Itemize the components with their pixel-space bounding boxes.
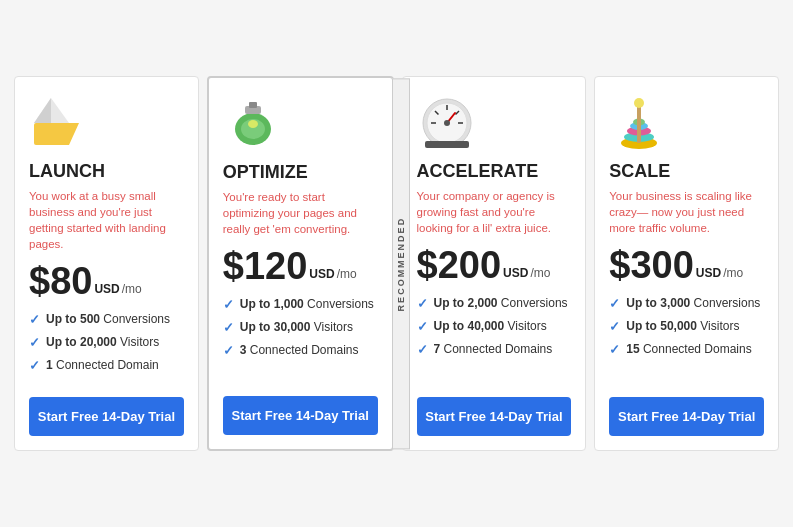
plan-icon-scale <box>609 93 669 153</box>
feature-item: ✓ Up to 500 Conversions <box>29 312 184 327</box>
feature-item: ✓ 15 Connected Domains <box>609 342 764 357</box>
plan-description: You work at a busy small business and yo… <box>29 188 184 252</box>
feature-text: Up to 2,000 Conversions <box>434 296 568 310</box>
pricing-wrapper: LAUNCH You work at a busy small business… <box>0 66 793 461</box>
feature-item: ✓ 1 Connected Domain <box>29 358 184 373</box>
check-icon: ✓ <box>417 342 428 357</box>
plan-icon-optimize <box>223 94 283 154</box>
feature-item: ✓ Up to 30,000 Visitors <box>223 320 378 335</box>
svg-point-25 <box>634 98 644 108</box>
plan-price: $200 USD /mo <box>417 246 572 284</box>
features-list: ✓ Up to 1,000 Conversions ✓ Up to 30,000… <box>223 297 378 380</box>
features-list: ✓ Up to 3,000 Conversions ✓ Up to 50,000… <box>609 296 764 381</box>
price-period: /mo <box>122 282 142 296</box>
plan-price: $120 USD /mo <box>223 247 378 285</box>
plan-name: LAUNCH <box>29 161 184 182</box>
check-icon: ✓ <box>223 297 234 312</box>
svg-marker-2 <box>34 98 51 123</box>
plan-name: SCALE <box>609 161 764 182</box>
check-icon: ✓ <box>29 312 40 327</box>
plan-description: You're ready to start optimizing your pa… <box>223 189 378 237</box>
price-currency: USD <box>94 282 119 296</box>
plan-name: ACCELERATE <box>417 161 572 182</box>
check-icon: ✓ <box>609 296 620 311</box>
price-currency: USD <box>696 266 721 280</box>
svg-point-17 <box>444 120 450 126</box>
plan-price: $300 USD /mo <box>609 246 764 284</box>
check-icon: ✓ <box>29 335 40 350</box>
feature-item: ✓ Up to 2,000 Conversions <box>417 296 572 311</box>
feature-item: ✓ Up to 20,000 Visitors <box>29 335 184 350</box>
check-icon: ✓ <box>609 342 620 357</box>
feature-text: 1 Connected Domain <box>46 358 159 372</box>
plan-price: $80 USD /mo <box>29 262 184 300</box>
cta-button[interactable]: Start Free 14-Day Trial <box>223 396 378 435</box>
feature-text: 3 Connected Domains <box>240 343 359 357</box>
svg-rect-18 <box>425 141 469 148</box>
check-icon: ✓ <box>609 319 620 334</box>
price-amount: $120 <box>223 247 308 285</box>
price-period: /mo <box>530 266 550 280</box>
svg-marker-3 <box>59 123 79 145</box>
price-amount: $300 <box>609 246 694 284</box>
svg-rect-7 <box>249 102 257 108</box>
plan-icon-launch <box>29 93 89 153</box>
cta-button[interactable]: Start Free 14-Day Trial <box>29 397 184 436</box>
recommended-badge: RECOMMENDED <box>392 78 410 449</box>
features-list: ✓ Up to 2,000 Conversions ✓ Up to 40,000… <box>417 296 572 381</box>
price-currency: USD <box>309 267 334 281</box>
feature-text: Up to 1,000 Conversions <box>240 297 374 311</box>
price-period: /mo <box>723 266 743 280</box>
feature-item: ✓ Up to 1,000 Conversions <box>223 297 378 312</box>
price-amount: $200 <box>417 246 502 284</box>
svg-point-8 <box>248 120 258 128</box>
price-period: /mo <box>337 267 357 281</box>
plan-card-accelerate: ACCELERATE Your company or agency is gro… <box>402 76 587 451</box>
feature-text: 7 Connected Domains <box>434 342 553 356</box>
feature-text: Up to 50,000 Visitors <box>626 319 739 333</box>
check-icon: ✓ <box>223 320 234 335</box>
plan-description: Your company or agency is growing fast a… <box>417 188 572 236</box>
feature-item: ✓ Up to 40,000 Visitors <box>417 319 572 334</box>
feature-text: Up to 500 Conversions <box>46 312 170 326</box>
check-icon: ✓ <box>223 343 234 358</box>
plan-card-scale: SCALE Your business is scaling like craz… <box>594 76 779 451</box>
feature-item: ✓ Up to 3,000 Conversions <box>609 296 764 311</box>
check-icon: ✓ <box>29 358 40 373</box>
feature-item: ✓ 3 Connected Domains <box>223 343 378 358</box>
plan-card-optimize: OPTIMIZE You're ready to start optimizin… <box>207 76 394 451</box>
check-icon: ✓ <box>417 296 428 311</box>
recommended-text: RECOMMENDED <box>392 78 410 449</box>
plan-icon-accelerate <box>417 93 477 153</box>
check-icon: ✓ <box>417 319 428 334</box>
plan-card-launch: LAUNCH You work at a busy small business… <box>14 76 199 451</box>
plan-name: OPTIMIZE <box>223 162 378 183</box>
feature-text: Up to 3,000 Conversions <box>626 296 760 310</box>
features-list: ✓ Up to 500 Conversions ✓ Up to 20,000 V… <box>29 312 184 381</box>
price-amount: $80 <box>29 262 92 300</box>
cta-button[interactable]: Start Free 14-Day Trial <box>417 397 572 436</box>
cta-button[interactable]: Start Free 14-Day Trial <box>609 397 764 436</box>
feature-text: 15 Connected Domains <box>626 342 751 356</box>
feature-text: Up to 30,000 Visitors <box>240 320 353 334</box>
price-currency: USD <box>503 266 528 280</box>
feature-text: Up to 40,000 Visitors <box>434 319 547 333</box>
feature-item: ✓ 7 Connected Domains <box>417 342 572 357</box>
plan-description: Your business is scaling like crazy— now… <box>609 188 764 236</box>
feature-item: ✓ Up to 50,000 Visitors <box>609 319 764 334</box>
feature-text: Up to 20,000 Visitors <box>46 335 159 349</box>
